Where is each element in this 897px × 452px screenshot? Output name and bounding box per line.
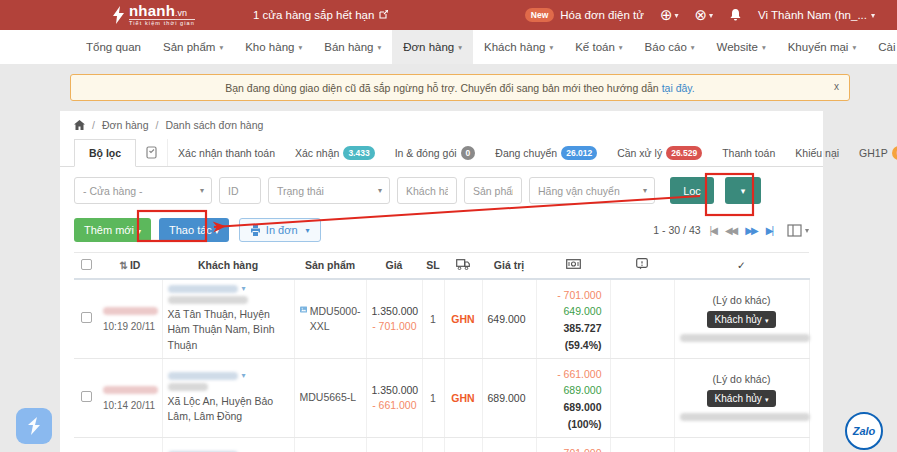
chevron-down-icon: ▾: [709, 11, 713, 20]
chevron-down-icon[interactable]: ▾: [242, 284, 246, 293]
operations-button[interactable]: Thao tác▾: [159, 218, 229, 242]
chevron-down-icon: ▾: [458, 43, 462, 52]
nav-bao-cao[interactable]: Báo cáo▾: [634, 30, 706, 64]
order-tabs: Bộ lọc Xác nhận thanh toán Xác nhận3.433…: [60, 139, 823, 167]
nav-khach-hang[interactable]: Khách hàng▾: [473, 30, 564, 64]
deprecation-banner: Bạn đang dùng giao diện cũ đã sắp ngừng …: [70, 74, 850, 101]
chevron-down-icon[interactable]: ▾: [242, 371, 246, 380]
chevron-down-icon: ▾: [137, 227, 141, 236]
breadcrumb-don-hang[interactable]: Đơn hàng: [102, 119, 149, 131]
brand-tagline: Tiết kiệm thời gian: [129, 19, 195, 27]
redacted-phone: [168, 285, 238, 293]
cancel-status-button[interactable]: Khách hủy▾: [707, 311, 777, 328]
product-input[interactable]: [464, 177, 522, 204]
product-code[interactable]: MDU5665-L: [300, 390, 357, 405]
row-checkbox[interactable]: [81, 391, 92, 402]
customer-address: Xã Tân Thuận, Huyện Hàm Thuận Nam, Bình …: [168, 307, 289, 353]
table-header-row: ⇅ID Khách hàng Sản phẩm Giá SL Giá trị ✓: [74, 253, 809, 279]
nav-khuyen-mai[interactable]: Khuyến mại▾: [777, 30, 868, 64]
filter-button[interactable]: Lọc: [670, 177, 714, 204]
tab-bo-loc[interactable]: Bộ lọc: [74, 139, 136, 167]
nhanh-logo[interactable]: nhanh.vn Tiết kiệm thời gian: [112, 3, 195, 27]
redacted-order-id: [103, 307, 158, 315]
chevron-down-icon: ▾: [215, 227, 219, 236]
chevron-down-icon: ▾: [762, 43, 766, 52]
breadcrumb-danh-sach[interactable]: Danh sách đơn hàng: [165, 119, 263, 131]
tab-in-dong-goi[interactable]: In & đóng gói0: [385, 139, 486, 166]
first-page-button[interactable]: |◀: [710, 225, 716, 236]
banner-close-icon[interactable]: x: [834, 81, 839, 92]
select-all-checkbox[interactable]: [81, 259, 92, 270]
tab-can-xu-ly[interactable]: Cần xử lý26.529: [607, 139, 712, 166]
nav-tong-quan[interactable]: Tổng quan: [75, 30, 152, 64]
price: 1.350.000: [372, 305, 417, 317]
prev-page-button[interactable]: ◀◀: [725, 225, 736, 236]
brand-suffix: .vn: [175, 8, 187, 18]
order-time: 10:14 20/11: [103, 400, 157, 411]
nav-san-pham[interactable]: Sản phẩm▾: [152, 30, 234, 64]
sort-icon[interactable]: ⇅: [120, 260, 128, 271]
filter-more-button[interactable]: ▾: [725, 177, 761, 204]
count-badge: 26.529: [666, 146, 702, 160]
tab-thanh-toan[interactable]: Thanh toán: [712, 139, 785, 166]
pay-discount: - 701.000: [542, 445, 602, 452]
zalo-button[interactable]: Zalo: [845, 412, 883, 450]
discount: - 701.000: [372, 320, 417, 332]
pay-value: 649.000: [542, 303, 602, 320]
tab-khieu-nai[interactable]: Khiếu nại: [785, 139, 849, 166]
upgrade-guide-link[interactable]: tại đây.: [662, 82, 695, 94]
carrier-label: GHN: [444, 437, 482, 452]
nav-ke-toan[interactable]: Kế toán▾: [564, 30, 633, 64]
store-select[interactable]: - Cửa hàng -▾: [74, 177, 212, 204]
chevron-down-icon: ▾: [619, 43, 623, 52]
truck-icon: [456, 259, 470, 270]
nav-kho-hang[interactable]: Kho hàng▾: [234, 30, 313, 64]
chevron-down-icon: ▾: [765, 317, 769, 324]
saved-filter-tab[interactable]: [136, 139, 168, 166]
lightning-icon: [112, 6, 125, 24]
print-order-button[interactable]: In đơn▾: [239, 218, 321, 242]
tab-xac-nhan[interactable]: Xác nhận3.433: [285, 139, 385, 166]
notifications-bell[interactable]: [729, 8, 742, 22]
home-icon[interactable]: [74, 120, 85, 130]
nav-website[interactable]: Website▾: [706, 30, 777, 64]
nav-cai-dat[interactable]: Cài đặt▾: [867, 30, 897, 64]
last-page-button[interactable]: ▶|: [766, 225, 772, 236]
product-image-icon[interactable]: [300, 304, 307, 315]
support-menu[interactable]: ⊗▾: [695, 6, 714, 24]
row-checkbox[interactable]: [81, 312, 92, 323]
tab-gh1p[interactable]: GH1P0: [849, 139, 897, 166]
add-new-button[interactable]: Thêm mới▾: [74, 218, 151, 242]
id-input[interactable]: [219, 177, 261, 204]
order-value: 649.000: [482, 437, 536, 452]
external-link-icon: [379, 9, 388, 21]
customer-input[interactable]: [397, 177, 457, 204]
breadcrumb: / Đơn hàng / Danh sách đơn hàng: [60, 111, 823, 139]
chevron-down-icon: ▾: [674, 11, 678, 20]
cancel-status-button[interactable]: Khách hủy▾: [707, 390, 777, 407]
status-select[interactable]: Trạng thái▾: [268, 177, 390, 204]
quick-add-menu[interactable]: ⊕▾: [660, 6, 679, 24]
einvoice-link[interactable]: New Hóa đơn điện tử: [525, 8, 644, 22]
table-row: 10:19 20/11 ▾ Xã Tân Thuận, Huyện Hàm Th…: [74, 279, 809, 359]
next-page-button[interactable]: ▶▶: [745, 225, 756, 236]
tab-dang-chuyen[interactable]: Đang chuyển26.012: [485, 139, 607, 166]
chevron-down-icon: ▾: [298, 43, 302, 52]
product-code[interactable]: MDU5000-XXL: [310, 304, 361, 333]
chevron-down-icon: ▾: [871, 11, 875, 20]
user-menu[interactable]: Vi Thành Nam (hn_...▾: [758, 9, 875, 21]
chevron-down-icon: ▾: [200, 186, 204, 195]
main-nav: Tổng quan Sản phẩm▾ Kho hàng▾ Bán hàng▾ …: [0, 30, 897, 64]
nav-don-hang[interactable]: Đơn hàng▾: [392, 30, 473, 64]
quantity: 1: [422, 437, 444, 452]
chat-widget-button[interactable]: [16, 408, 52, 444]
chat-lightning-icon: [26, 416, 42, 436]
carrier-select[interactable]: Hãng vận chuyển▾: [529, 177, 655, 204]
nav-ban-hang[interactable]: Bán hàng▾: [313, 30, 392, 64]
expiring-store-link[interactable]: 1 cửa hàng sắp hết hạn: [253, 9, 389, 21]
pay-final: 385.727 (59.4%): [542, 320, 602, 354]
column-picker[interactable]: ▾: [787, 224, 809, 237]
note-cell: [610, 437, 674, 452]
redacted-status-note: [680, 334, 810, 342]
tab-xac-nhan-thanh-toan[interactable]: Xác nhận thanh toán: [168, 139, 285, 166]
